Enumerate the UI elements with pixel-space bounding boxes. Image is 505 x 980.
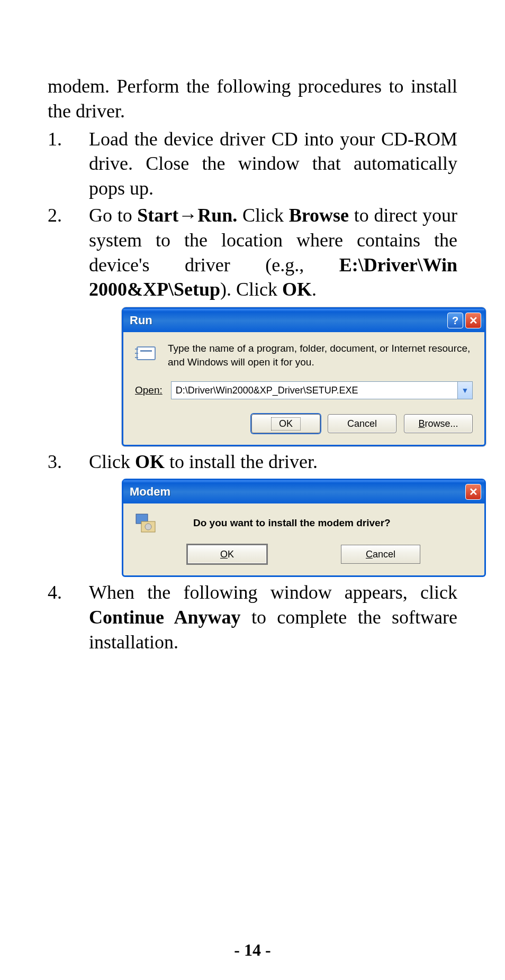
procedure-list: 1. Load the device driver CD into your C… — [48, 127, 457, 303]
installer-icon — [134, 512, 156, 534]
modem-close-button[interactable]: ✕ — [465, 484, 481, 500]
t2-run: Run. — [197, 205, 237, 226]
cancel-button[interactable]: Cancel — [328, 414, 396, 433]
help-button[interactable]: ? — [447, 313, 463, 328]
list-item-2: Go to Start→Run. Click Browse to direct … — [89, 203, 457, 302]
modem-titlebar[interactable]: Modem ✕ — [123, 480, 484, 503]
dropdown-button[interactable]: ▼ — [458, 381, 473, 399]
svg-rect-4 — [140, 350, 152, 352]
list-item-3: Click OK to install the driver. — [89, 450, 457, 474]
modem-cancel-button[interactable]: Cancel — [341, 545, 420, 564]
procedure-list-cont: 3. Click OK to install the driver. — [48, 450, 457, 474]
list-number-1: 1. — [48, 127, 89, 201]
list-item-4: When the following window appears, click… — [89, 580, 457, 654]
ok-button[interactable]: OK — [251, 414, 320, 433]
svg-point-7 — [145, 524, 151, 530]
t2b: Click — [237, 205, 288, 226]
open-input[interactable] — [171, 381, 458, 399]
run-title: Run — [130, 314, 445, 327]
svg-rect-0 — [137, 347, 155, 360]
page-number: - 14 - — [48, 940, 457, 960]
open-label: Open: — [135, 384, 163, 396]
list-number-2: 2. — [48, 203, 89, 302]
intro-paragraph: modem. Perform the following procedures … — [48, 74, 457, 124]
close-button[interactable]: ✕ — [465, 313, 481, 328]
modem-title: Modem — [130, 485, 463, 499]
t2-browse: Browse — [289, 205, 349, 226]
list-item-1: Load the device driver CD into your CD-R… — [89, 127, 457, 201]
list-number-3: 3. — [48, 450, 89, 474]
t2e: . — [312, 279, 317, 300]
arrow-icon: → — [178, 205, 197, 226]
browse-button[interactable]: Browse... — [404, 414, 473, 433]
t2-ok: OK — [282, 279, 312, 300]
modem-ok-button[interactable]: OK — [187, 545, 267, 564]
run-dialog: Run ? ✕ Type the name of a program, fold… — [122, 307, 486, 446]
modem-dialog: Modem ✕ Do you want to install the modem… — [122, 479, 486, 577]
t2-start: Start — [137, 205, 178, 226]
run-hint: Type the name of a program, folder, docu… — [168, 342, 473, 369]
modem-message: Do you want to install the modem driver? — [193, 517, 391, 529]
procedure-list-cont2: 4. When the following window appears, cl… — [48, 580, 457, 654]
t2d: ). Click — [220, 279, 282, 300]
t2a: Go to — [89, 205, 137, 226]
run-icon — [135, 344, 158, 363]
run-titlebar[interactable]: Run ? ✕ — [123, 309, 484, 332]
list-number-4: 4. — [48, 580, 89, 654]
